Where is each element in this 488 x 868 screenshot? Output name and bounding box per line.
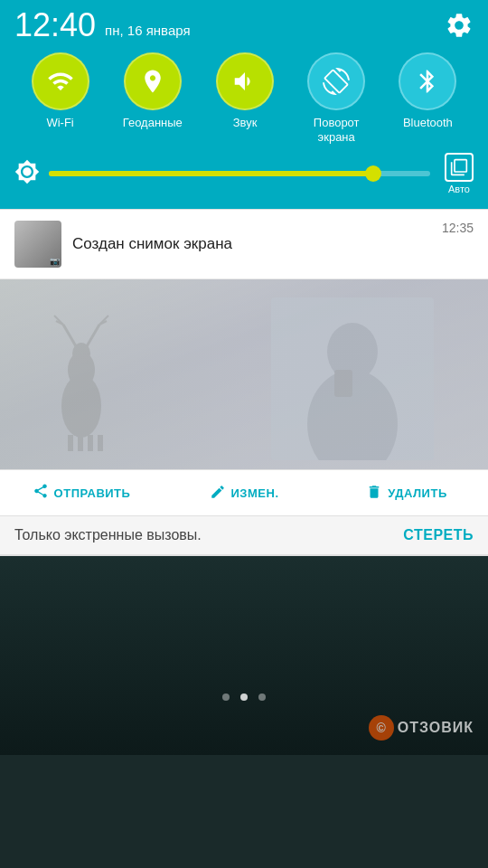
status-bar: 12:40 пн, 16 января: [0, 0, 488, 45]
share-button[interactable]: ОТПРАВИТЬ: [0, 470, 163, 515]
auto-brightness-button[interactable]: Авто: [445, 153, 474, 194]
screenshot-preview: [0, 279, 488, 469]
emergency-text: Только экстренные вызовы.: [14, 527, 202, 543]
otzovik-watermark: © ОТЗОВИК: [369, 715, 474, 741]
delete-label: УДАЛИТЬ: [388, 486, 447, 500]
bluetooth-label: Bluetooth: [403, 116, 453, 130]
auto-icon: [445, 153, 474, 182]
thumbnail-inner: 📷: [14, 221, 61, 268]
edit-label: ИЗМЕН.: [231, 486, 279, 500]
quick-toggles-row: Wi-Fi Геоданные Звук: [0, 45, 488, 147]
bottom-bar: Только экстренные вызовы. СТЕРЕТЬ: [0, 516, 488, 556]
wifi-label: Wi-Fi: [46, 116, 73, 130]
notification-content: Создан снимок экрана: [72, 235, 431, 253]
notification-thumbnail: 📷: [14, 221, 61, 268]
geodata-label: Геоданные: [123, 116, 183, 130]
screenshot-notification[interactable]: 📷 Создан снимок экрана 12:35: [0, 210, 488, 279]
rotate-toggle[interactable]: Поворотэкрана: [307, 52, 365, 144]
notification-area: 📷 Создан снимок экрана 12:35: [0, 209, 488, 556]
sound-label: Звук: [233, 116, 258, 130]
auto-label: Авто: [448, 184, 470, 194]
delete-icon: [366, 484, 382, 503]
geodata-icon-circle: [124, 52, 182, 110]
watermark-symbol: ©: [377, 721, 386, 735]
nav-dots: [222, 693, 266, 701]
brightness-slider[interactable]: [49, 171, 430, 176]
clear-button[interactable]: СТЕРЕТЬ: [403, 527, 474, 543]
quick-settings-panel: 12:40 пн, 16 января Wi-Fi: [0, 0, 488, 209]
share-icon: [33, 483, 49, 503]
action-buttons-row: ОТПРАВИТЬ ИЗМЕН. УДАЛИТЬ: [0, 469, 488, 516]
brightness-thumb: [365, 165, 381, 182]
edit-icon: [210, 484, 226, 503]
rotate-label: Поворотэкрана: [314, 116, 360, 144]
watermark-label: ОТЗОВИК: [398, 720, 474, 736]
nav-dot-1: [222, 693, 230, 701]
dark-background: © ОТЗОВИК: [0, 556, 488, 755]
nav-dot-3: [258, 693, 266, 701]
brightness-icon: [14, 159, 40, 188]
share-label: ОТПРАВИТЬ: [54, 486, 131, 500]
wifi-icon-circle: [32, 52, 89, 110]
wifi-toggle[interactable]: Wi-Fi: [32, 52, 89, 144]
watermark-circle: ©: [369, 715, 394, 741]
delete-button[interactable]: УДАЛИТЬ: [325, 470, 488, 515]
brightness-row: Авто: [0, 147, 488, 200]
status-time: 12:40: [14, 9, 96, 42]
status-date: пн, 16 января: [105, 23, 190, 38]
edit-button[interactable]: ИЗМЕН.: [163, 470, 325, 515]
status-left: 12:40 пн, 16 января: [14, 9, 191, 42]
preview-gradient: [0, 279, 488, 469]
sound-toggle[interactable]: Звук: [216, 52, 274, 144]
notification-title: Создан снимок экрана: [72, 235, 232, 252]
sound-icon-circle: [216, 52, 274, 110]
settings-gear-button[interactable]: [445, 11, 474, 40]
rotate-icon-circle: [307, 52, 365, 110]
brightness-fill: [49, 171, 373, 176]
notification-time: 12:35: [442, 221, 474, 235]
geodata-toggle[interactable]: Геоданные: [123, 52, 183, 144]
nav-dot-2: [240, 693, 248, 701]
bluetooth-toggle[interactable]: Bluetooth: [399, 52, 456, 144]
bluetooth-icon-circle: [399, 52, 456, 110]
